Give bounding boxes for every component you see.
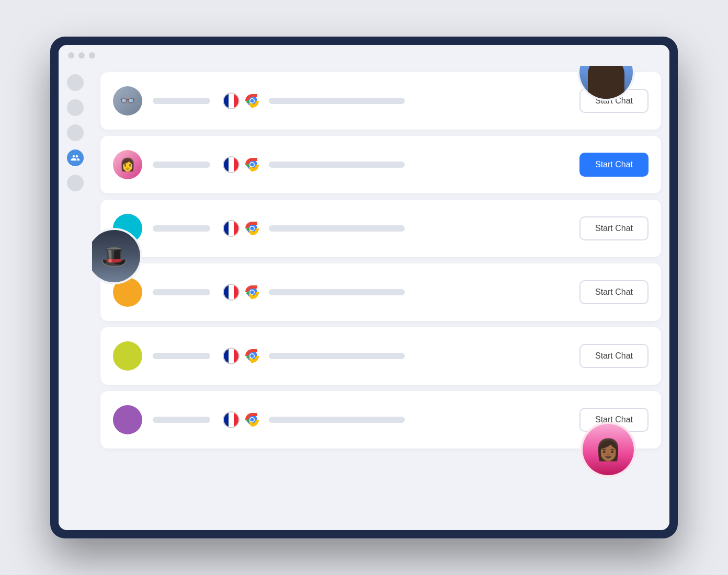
name-bar [153, 162, 210, 168]
main-content: 👓 [92, 66, 669, 530]
chrome-icon [244, 156, 260, 173]
avatar-circle [113, 405, 142, 434]
visitor-row: 👩 [100, 136, 661, 193]
detail-bar [269, 225, 405, 232]
chrome-icon [244, 220, 260, 237]
window-body: 👓 [59, 66, 669, 530]
svg-point-19 [251, 354, 254, 358]
french-flag-icon [223, 284, 240, 301]
name-bar [153, 225, 210, 232]
french-flag-icon [223, 348, 240, 364]
avatar: 👓 [113, 86, 142, 116]
flag-group [223, 284, 260, 301]
svg-point-15 [251, 291, 254, 294]
svg-point-7 [251, 163, 254, 167]
chrome-icon [244, 348, 260, 364]
name-bar [153, 417, 210, 423]
chrome-icon [244, 411, 260, 428]
svg-point-3 [251, 99, 254, 103]
french-flag-icon [223, 93, 240, 109]
sidebar-item-1[interactable] [67, 74, 84, 91]
french-flag-icon [223, 220, 240, 237]
svg-point-23 [251, 418, 254, 422]
detail-bar [269, 98, 405, 104]
start-chat-button[interactable]: Start Chat [579, 216, 649, 240]
visitor-row: 🎩 [100, 200, 661, 257]
avatar: 👩 [113, 150, 142, 179]
start-chat-button[interactable]: Start Chat [579, 280, 649, 304]
titlebar-dot-1 [68, 52, 74, 59]
visitor-info [153, 93, 569, 109]
name-bar [153, 98, 210, 104]
flag-group [223, 411, 260, 428]
sidebar-item-2[interactable] [67, 99, 84, 116]
start-chat-button[interactable]: Start Chat [579, 344, 649, 368]
titlebar-dot-2 [78, 52, 85, 59]
users-icon [71, 153, 80, 163]
name-bar [153, 289, 210, 295]
visitor-row: 👓 [100, 72, 661, 130]
chrome-icon [244, 284, 260, 301]
flag-group [223, 348, 260, 364]
sidebar [59, 66, 92, 530]
detail-bar [269, 353, 405, 359]
visitor-info [153, 411, 569, 428]
visitor-row: Start Chat [100, 263, 661, 321]
french-flag-icon [223, 156, 240, 173]
flag-group [223, 156, 260, 173]
flag-group [223, 93, 260, 109]
flag-group [223, 220, 260, 237]
sidebar-item-3[interactable] [67, 124, 84, 141]
titlebar-dot-3 [89, 52, 95, 59]
device-frame: 👓 [50, 37, 678, 538]
visitor-info [153, 220, 569, 237]
visitor-info [153, 284, 569, 301]
titlebar [59, 45, 669, 66]
avatar-circle [113, 341, 142, 371]
sidebar-item-users[interactable] [67, 150, 84, 166]
detail-bar [269, 289, 405, 295]
detail-bar [269, 162, 405, 168]
visitor-row: Start Chat [100, 327, 661, 385]
visitor-row: 👩🏾 [100, 391, 661, 448]
visitor-info [153, 348, 569, 364]
visitor-info [153, 156, 569, 173]
detail-bar [269, 417, 405, 423]
french-flag-icon [223, 411, 240, 428]
app-window: 👓 [59, 45, 669, 530]
name-bar [153, 353, 210, 359]
svg-point-11 [251, 227, 254, 231]
chrome-icon [244, 93, 260, 109]
sidebar-item-5[interactable] [67, 175, 84, 191]
start-chat-button-active[interactable]: Start Chat [579, 153, 649, 177]
